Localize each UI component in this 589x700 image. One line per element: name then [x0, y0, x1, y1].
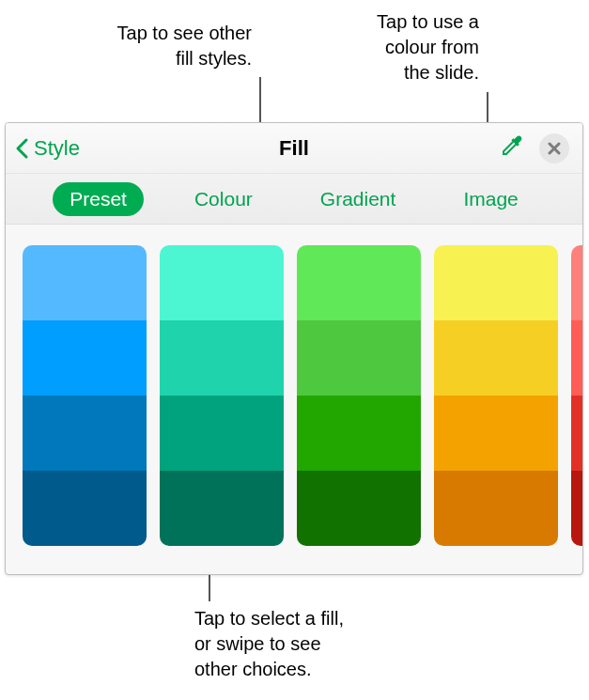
- swatch-cell[interactable]: [297, 320, 421, 396]
- swatch-cell[interactable]: [160, 471, 284, 546]
- swatch-cell[interactable]: [160, 396, 284, 471]
- fill-style-tabs: Preset Colour Gradient Image: [6, 174, 582, 225]
- swatch-cell[interactable]: [571, 396, 582, 471]
- fill-panel: Style Fill Preset Colour Gradient Image: [5, 122, 583, 575]
- tab-image[interactable]: Image: [446, 182, 535, 216]
- annotation-fill-styles: Tap to see other fill styles.: [64, 21, 252, 71]
- swatch-column: [160, 245, 284, 546]
- swatch-cell[interactable]: [160, 245, 284, 320]
- eyedropper-icon: [498, 133, 524, 160]
- swatch-cell[interactable]: [571, 245, 582, 320]
- back-label: Style: [34, 136, 80, 161]
- close-button[interactable]: [539, 133, 569, 163]
- swatch-cell[interactable]: [297, 396, 421, 471]
- swatch-cell[interactable]: [434, 471, 558, 546]
- back-button[interactable]: Style: [13, 135, 80, 162]
- swatch-cell[interactable]: [160, 320, 284, 396]
- tab-gradient[interactable]: Gradient: [303, 182, 413, 216]
- titlebar: Style Fill: [6, 123, 582, 174]
- swatch-cell[interactable]: [434, 320, 558, 396]
- swatch-cell[interactable]: [297, 471, 421, 546]
- swatch-cell[interactable]: [571, 320, 582, 396]
- swatch-column: [297, 245, 421, 546]
- swatch-cell[interactable]: [434, 245, 558, 320]
- swatch-cell[interactable]: [434, 396, 558, 471]
- swatch-column: [434, 245, 558, 546]
- close-icon: [548, 142, 561, 155]
- swatch-cell[interactable]: [571, 471, 582, 546]
- swatch-cell[interactable]: [23, 245, 147, 320]
- annotation-eyedropper: Tap to use a colour from the slide.: [291, 9, 479, 86]
- annotation-swatches: Tap to select a fill, or swipe to see ot…: [194, 606, 429, 682]
- swatch-cell[interactable]: [297, 245, 421, 320]
- swatch-cell[interactable]: [23, 320, 147, 396]
- tab-colour[interactable]: Colour: [178, 182, 270, 216]
- swatch-column: [23, 245, 147, 546]
- swatch-cell[interactable]: [23, 471, 147, 546]
- eyedropper-button[interactable]: [498, 133, 524, 163]
- swatch-column: [571, 245, 582, 546]
- tab-preset[interactable]: Preset: [53, 182, 144, 216]
- panel-title: Fill: [279, 136, 309, 161]
- swatch-grid[interactable]: [6, 225, 582, 546]
- swatch-cell[interactable]: [23, 396, 147, 471]
- chevron-left-icon: [13, 135, 32, 162]
